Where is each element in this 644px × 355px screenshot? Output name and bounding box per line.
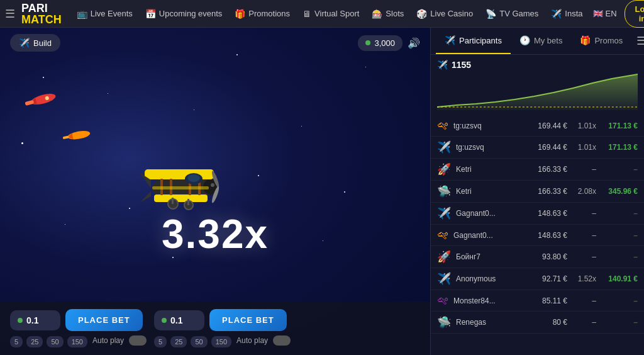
nav-label-promotions: Promotions xyxy=(248,9,290,18)
bet-amount-box-2[interactable]: 0.1 xyxy=(154,310,204,330)
nav-label-live-events: Live Events xyxy=(91,9,133,18)
participant-win: 345.96 € xyxy=(601,187,638,196)
nav-item-live-events[interactable]: 📺 Live Events xyxy=(72,0,138,28)
quick-btn-50-1[interactable]: 50 xyxy=(47,336,63,347)
chart-label: ✈️ 1155 xyxy=(437,60,638,70)
nav-item-virtual-sport[interactable]: 🖥 Virtual Sport xyxy=(297,0,364,28)
participants-icon: ✈️ xyxy=(445,35,455,45)
logo[interactable]: PARI MATCH xyxy=(21,3,62,25)
place-bet-button-2[interactable]: PLACE BET xyxy=(209,309,287,331)
participants-list: 🛩 tg:uzsvq 169.44 € 1.01x 171.13 € ✈️ tg… xyxy=(431,115,644,355)
language-selector[interactable]: 🇬🇧 EN xyxy=(593,9,617,18)
nav-label-virtual-sport: Virtual Sport xyxy=(314,9,359,18)
participant-name: Gagnant0... xyxy=(453,231,528,240)
participant-mult: – xyxy=(572,318,596,327)
sidebar-menu-button[interactable]: ☰ xyxy=(631,29,644,53)
nav-item-live-casino[interactable]: 🎲 Live Casino xyxy=(411,0,478,28)
auto-play-label-1: Auto play xyxy=(92,336,124,345)
chart-area: ✈️ 1155 xyxy=(431,55,644,115)
participant-win: 140.91 € xyxy=(601,274,638,283)
tab-promos[interactable]: 🎁 Promos xyxy=(571,28,631,54)
auto-play-row-1: Auto play xyxy=(92,335,147,346)
slots-icon: 🎰 xyxy=(372,9,382,19)
auto-play-toggle-1[interactable] xyxy=(129,335,147,346)
participant-mult: – xyxy=(572,252,596,261)
svg-rect-13 xyxy=(154,194,208,202)
on-indicator xyxy=(365,40,370,45)
place-bet-button-1[interactable]: PLACE BET xyxy=(65,309,143,331)
participant-name: Monster84... xyxy=(453,296,528,305)
svg-rect-10 xyxy=(62,136,69,140)
auto-play-label-2: Auto play xyxy=(236,336,268,345)
bet-amount-val-1: 0.1 xyxy=(26,315,38,325)
build-button[interactable]: ✈️ Build xyxy=(10,34,60,52)
quick-btn-150-2[interactable]: 150 xyxy=(211,336,231,347)
participant-win: – xyxy=(601,209,638,218)
quick-btn-5-1[interactable]: 5 xyxy=(10,336,23,347)
sidebar-tabs: ✈️ Participants 🕐 My bets 🎁 Promos ☰ xyxy=(431,28,644,55)
nav-label-upcoming-events: Upcoming events xyxy=(159,9,222,18)
upcoming-events-icon: 📅 xyxy=(145,9,156,19)
nav-item-slots[interactable]: 🎰 Slots xyxy=(367,0,409,28)
participant-row: 🚀 Ketri 166.33 € – – xyxy=(431,159,644,181)
nav-label-live-casino: Live Casino xyxy=(430,9,473,18)
participant-row: 🚀 Бойнг7 93.80 € – – xyxy=(431,246,644,268)
top-nav: ☰ PARI MATCH 📺 Live Events 📅 Upcoming ev… xyxy=(0,0,644,28)
nav-label-insta: Insta xyxy=(565,9,582,18)
bet-row-1: 0.1 PLACE BET xyxy=(10,309,147,331)
multiplier-display: 3.32x xyxy=(162,211,269,257)
bet-amount-box-1[interactable]: 0.1 xyxy=(10,310,60,330)
participant-win: – xyxy=(601,296,638,305)
participant-avatar: 🛩 xyxy=(437,228,448,242)
game-balance-area: 3,000 🔊 xyxy=(358,35,420,51)
quick-btn-25-1[interactable]: 25 xyxy=(26,336,43,347)
bet-amount-val-2: 0.1 xyxy=(170,315,182,325)
participant-mult: 1.01x xyxy=(572,143,596,152)
sidebar: ✈️ Participants 🕐 My bets 🎁 Promos ☰ ✈️ … xyxy=(430,28,644,355)
nav-item-tv-games[interactable]: 📡 TV Games xyxy=(480,0,543,28)
participant-name: Бойнг7 xyxy=(456,252,528,261)
participant-mult: – xyxy=(572,296,596,305)
participant-row: 🛸 Renegas 80 € – – xyxy=(431,312,644,334)
bet-panel-2: 0.1 PLACE BET 5 25 50 150 Auto play xyxy=(154,309,291,347)
svg-rect-12 xyxy=(145,169,214,179)
participant-win: 171.13 € xyxy=(601,121,638,130)
svg-marker-19 xyxy=(140,191,151,203)
bet-on-indicator-1 xyxy=(18,318,23,323)
participant-avatar: 🛩 xyxy=(437,294,448,307)
live-casino-icon: 🎲 xyxy=(416,9,427,19)
participant-bet: 80 € xyxy=(533,318,567,327)
participant-win: – xyxy=(601,165,638,174)
chart-plane-icon: ✈️ xyxy=(437,60,448,70)
svg-marker-31 xyxy=(437,74,638,110)
participant-avatar: 🛸 xyxy=(437,184,451,198)
nav-item-promotions[interactable]: 🎁 Promotions xyxy=(230,0,295,28)
volume-button[interactable]: 🔊 xyxy=(408,37,420,49)
svg-point-23 xyxy=(187,174,200,182)
participant-avatar: 🚀 xyxy=(437,250,451,264)
auto-play-toggle-2[interactable] xyxy=(273,335,291,346)
quick-btn-50-2[interactable]: 50 xyxy=(191,336,207,347)
participant-row: ✈️ tg:uzsvq 169.44 € 1.01x 171.13 € xyxy=(431,137,644,159)
bet-controls: 0.1 PLACE BET 5 25 50 150 Auto play xyxy=(0,301,430,355)
participant-row: 🛸 Ketri 166.33 € 2.08x 345.96 € xyxy=(431,181,644,203)
quick-btn-25-2[interactable]: 25 xyxy=(170,336,187,347)
nav-item-upcoming-events[interactable]: 📅 Upcoming events xyxy=(140,0,227,28)
participant-mult: – xyxy=(572,165,596,174)
quick-btn-150-1[interactable]: 150 xyxy=(67,336,87,347)
nav-item-insta[interactable]: ✈️ Insta xyxy=(546,0,587,28)
participant-name: tg:uzsvq xyxy=(456,143,528,152)
main-layout: ✈️ Build 3,000 🔊 xyxy=(0,28,644,355)
login-button[interactable]: Log in xyxy=(625,0,644,28)
hamburger-icon[interactable]: ☰ xyxy=(5,7,15,21)
participant-bet: 169.44 € xyxy=(533,143,567,152)
game-topbar: ✈️ Build 3,000 🔊 xyxy=(0,28,430,58)
tab-my-bets[interactable]: 🕐 My bets xyxy=(511,28,572,54)
participant-row: ✈️ Gagnant0... 148.63 € – – xyxy=(431,203,644,225)
nav-label-tv-games: TV Games xyxy=(499,9,538,18)
tab-promos-label: Promos xyxy=(594,36,623,45)
tab-participants[interactable]: ✈️ Participants xyxy=(436,28,511,54)
quick-btn-5-2[interactable]: 5 xyxy=(154,336,167,347)
participant-bet: 85.11 € xyxy=(533,296,567,305)
lang-code: EN xyxy=(606,9,617,18)
